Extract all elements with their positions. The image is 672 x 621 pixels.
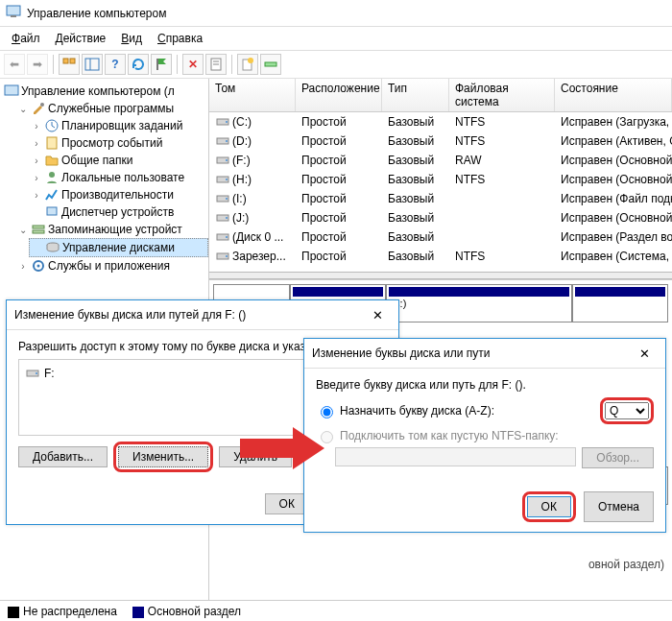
mount-path-input bbox=[335, 447, 576, 466]
forward-icon: ➡ bbox=[27, 54, 48, 75]
volume-icon bbox=[215, 191, 230, 206]
delete-icon[interactable]: ✕ bbox=[182, 54, 204, 75]
volume-icon bbox=[215, 210, 230, 226]
browse-button: Обзор... bbox=[582, 447, 654, 468]
tree-shared-folders[interactable]: ›Общие папки bbox=[29, 152, 208, 169]
dialog-intro: Введите букву диска или путь для F: (). bbox=[316, 378, 654, 392]
tree-device-manager[interactable]: ›Диспетчер устройств bbox=[29, 203, 208, 221]
add-button[interactable]: Добавить... bbox=[18, 446, 108, 467]
change-button[interactable]: Изменить... bbox=[118, 446, 208, 467]
volume-icon bbox=[215, 249, 230, 264]
tree-local-users[interactable]: ›Локальные пользовате bbox=[29, 169, 208, 186]
event-icon bbox=[44, 135, 60, 151]
table-row[interactable]: (F:)ПростойБазовыйRAWИсправен (Основной … bbox=[209, 151, 672, 170]
drive-icon bbox=[25, 366, 40, 381]
user-icon bbox=[44, 170, 60, 185]
col-status[interactable]: Состояние bbox=[555, 79, 672, 111]
radio-assign-letter[interactable] bbox=[321, 406, 333, 418]
clock-icon bbox=[44, 118, 60, 133]
flag-icon[interactable] bbox=[151, 54, 172, 75]
partition-cell[interactable]: (C:) bbox=[386, 284, 572, 322]
table-row[interactable]: (I:)ПростойБазовыйИсправен (Файл подкачк bbox=[209, 189, 672, 208]
close-icon[interactable]: ✕ bbox=[631, 344, 658, 363]
views-icon[interactable] bbox=[59, 54, 80, 75]
col-location[interactable]: Расположение bbox=[296, 79, 382, 111]
close-icon[interactable]: ✕ bbox=[364, 305, 391, 324]
svg-point-14 bbox=[40, 103, 44, 107]
table-row[interactable]: (C:)ПростойБазовыйNTFSИсправен (Загрузка… bbox=[209, 112, 672, 131]
partition-cell[interactable] bbox=[572, 284, 668, 322]
refresh-icon[interactable] bbox=[128, 54, 149, 75]
window-title: Управление компьютером bbox=[27, 7, 166, 20]
radio-mount-label: Подключить том как пустую NTFS-папку: bbox=[340, 429, 559, 442]
highlight-ok: ОК bbox=[522, 491, 576, 522]
table-row[interactable]: Зарезер...ПростойБазовыйNTFSИсправен (Си… bbox=[209, 247, 672, 266]
menu-action[interactable]: Действие bbox=[50, 30, 112, 47]
svg-rect-3 bbox=[70, 59, 75, 63]
tree-performance[interactable]: ›Производительности bbox=[29, 186, 208, 203]
new-icon[interactable] bbox=[237, 54, 258, 75]
back-icon: ⬅ bbox=[4, 54, 25, 75]
tree-disk-management[interactable]: ›Управление дисками bbox=[29, 238, 208, 257]
expand-icon[interactable]: › bbox=[31, 173, 42, 183]
svg-rect-0 bbox=[7, 6, 20, 15]
volume-icon bbox=[215, 229, 230, 245]
tree-root[interactable]: Управление компьютером (л bbox=[2, 83, 208, 100]
legend: Не распределена Основной раздел bbox=[0, 600, 672, 621]
ok-button[interactable]: ОК bbox=[265, 493, 309, 514]
volume-list[interactable]: (C:)ПростойБазовыйNTFSИсправен (Загрузка… bbox=[209, 112, 672, 266]
svg-point-33 bbox=[226, 198, 228, 200]
tree-event-viewer[interactable]: ›Просмотр событий bbox=[29, 134, 208, 152]
tree-scheduler[interactable]: ›Планировщик заданий bbox=[29, 117, 208, 134]
col-tom[interactable]: Том bbox=[209, 79, 296, 111]
remove-button[interactable]: Удалить bbox=[219, 446, 292, 467]
svg-point-11 bbox=[248, 58, 253, 63]
svg-point-27 bbox=[226, 140, 228, 142]
tree-services[interactable]: ›Службы и приложения bbox=[15, 257, 208, 275]
expand-icon[interactable]: › bbox=[31, 121, 42, 131]
table-row[interactable]: (D:)ПростойБазовыйNTFSИсправен (Активен,… bbox=[209, 131, 672, 151]
help-icon[interactable]: ? bbox=[105, 54, 126, 75]
expand-icon[interactable]: › bbox=[17, 261, 29, 272]
table-row[interactable]: (J:)ПростойБазовыйИсправен (Основной раз bbox=[209, 208, 672, 227]
radio-mount-ntfs bbox=[321, 431, 333, 443]
tree-storage[interactable]: ⌄Запоминающие устройст bbox=[15, 221, 208, 238]
table-row[interactable]: (H:)ПростойБазовыйNTFSИсправен (Основной… bbox=[209, 170, 672, 189]
disk-icon bbox=[45, 240, 60, 255]
table-row[interactable]: (Диск 0 ...ПростойБазовыйИсправен (Разде… bbox=[209, 227, 672, 247]
tree-system-tools[interactable]: ⌄ Служебные программы bbox=[15, 100, 208, 117]
perf-icon bbox=[44, 187, 60, 203]
highlight-letter-select: Q bbox=[600, 397, 654, 424]
svg-point-41 bbox=[36, 372, 37, 374]
menu-help[interactable]: Справка bbox=[152, 30, 208, 47]
menu-view[interactable]: Вид bbox=[115, 30, 148, 47]
cancel-button[interactable]: Отмена bbox=[584, 491, 654, 522]
expand-icon[interactable]: › bbox=[31, 155, 42, 166]
svg-point-31 bbox=[226, 179, 228, 180]
collapse-icon[interactable]: ⌄ bbox=[17, 225, 29, 235]
col-type[interactable]: Тип bbox=[382, 79, 449, 111]
panel-icon[interactable] bbox=[82, 54, 103, 75]
services-icon bbox=[31, 258, 46, 274]
svg-rect-1 bbox=[11, 15, 16, 17]
svg-rect-18 bbox=[47, 207, 57, 215]
svg-point-17 bbox=[49, 172, 55, 178]
drive-letter-select[interactable]: Q bbox=[605, 402, 649, 419]
collapse-icon[interactable]: ⌄ bbox=[17, 104, 29, 114]
device-icon bbox=[44, 204, 60, 220]
col-filesystem[interactable]: Файловая система bbox=[449, 79, 555, 111]
split-handle[interactable] bbox=[209, 272, 672, 279]
toggle-icon[interactable] bbox=[260, 54, 281, 75]
svg-rect-4 bbox=[85, 59, 99, 70]
ok-button[interactable]: ОК bbox=[527, 496, 571, 517]
svg-rect-12 bbox=[265, 62, 276, 66]
svg-rect-16 bbox=[47, 137, 57, 149]
highlight-change: Изменить... bbox=[113, 442, 213, 472]
properties-icon[interactable] bbox=[205, 54, 227, 75]
toolbar: ⬅ ➡ ? ✕ bbox=[0, 51, 672, 79]
svg-rect-13 bbox=[5, 85, 18, 95]
menu-file[interactable]: Файл bbox=[6, 30, 46, 47]
volume-icon bbox=[215, 114, 230, 130]
expand-icon[interactable]: › bbox=[31, 138, 42, 149]
expand-icon[interactable]: › bbox=[31, 190, 42, 201]
